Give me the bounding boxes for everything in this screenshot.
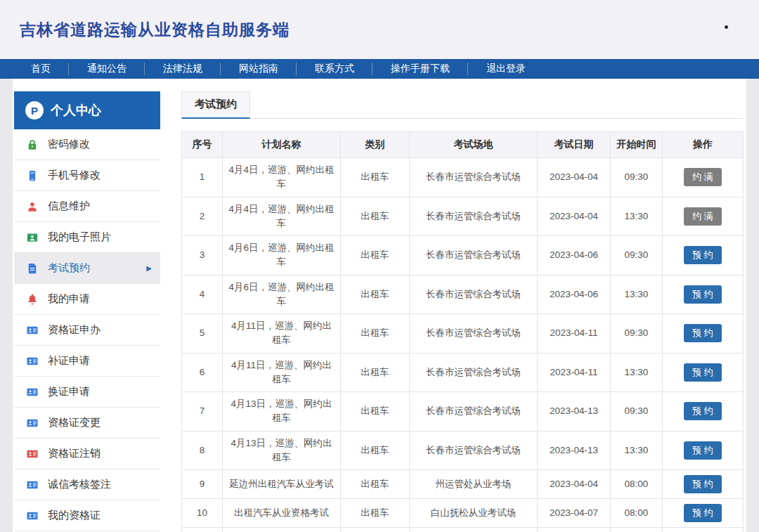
cell-time: 09:30	[611, 158, 663, 197]
reserve-button[interactable]: 预 约	[684, 246, 722, 264]
sidebar-item-exam-reservation[interactable]: 考试预约▶	[14, 253, 160, 284]
nav-item-manual-download[interactable]: 操作手册下载	[372, 59, 468, 79]
cell-date: 2023-04-07	[538, 499, 611, 528]
exam-document-icon	[25, 261, 39, 275]
cell-no: 10	[182, 499, 223, 528]
reserve-button[interactable]: 预 约	[684, 402, 722, 420]
fully-booked-button[interactable]: 约 满	[684, 207, 722, 226]
reserve-button[interactable]: 预 约	[684, 324, 722, 342]
cell-no: 6	[182, 353, 223, 392]
page: 吉林省道路运输从业资格自助服务端 首页通知公告法律法规网站指南联系方式操作手册下…	[0, 0, 759, 532]
cell-date: 2023-04-13	[538, 431, 611, 470]
id-card-icon	[25, 385, 39, 399]
cell-time: 09:30	[611, 392, 663, 432]
sidebar-item-certificate-application[interactable]: 资格证申办	[14, 315, 160, 346]
cell-category: 出租车	[341, 158, 410, 197]
reserve-button[interactable]: 预 约	[684, 441, 722, 460]
column-header: 类别	[341, 132, 410, 158]
cell-no: 7	[182, 392, 223, 432]
cell-venue: 长春市运管综合考试场	[410, 236, 538, 275]
cell-venue: 长春市运管综合考试场	[410, 197, 538, 236]
cell-action: 预 约	[663, 236, 744, 275]
sidebar-item-label: 补证申请	[48, 354, 90, 368]
corner-dot	[725, 25, 728, 29]
table-row: 14月4日，巡游、网约出租车出租车长春市运管综合考试场2023-04-0409:…	[182, 158, 744, 197]
sidebar-item-label: 资格证申办	[48, 323, 100, 337]
sidebar-item-label: 手机号修改	[48, 169, 100, 182]
cell-category: 出租车	[341, 528, 410, 532]
sidebar-item-my-photo[interactable]: 我的电子照片	[14, 222, 160, 253]
cell-date: 2023-04-04	[538, 197, 611, 236]
cell-plan: 4月11日，巡游、网约出租车	[223, 314, 341, 353]
sidebar-item-certificate-change[interactable]: 资格证变更	[14, 408, 160, 439]
cell-plan: 4月13日，巡游、网约出租车	[223, 431, 341, 470]
cell-plan: 出租汽车从业资格考试	[223, 499, 341, 528]
nav-item-site-guide[interactable]: 网站指南	[221, 59, 297, 79]
id-card-icon	[25, 416, 39, 430]
sidebar-item-password-change[interactable]: 密码修改	[14, 129, 160, 160]
id-card-icon	[25, 354, 39, 368]
fully-booked-button[interactable]: 约 满	[684, 168, 722, 186]
column-header: 计划名称	[223, 132, 341, 158]
cell-category: 出租车	[341, 431, 410, 470]
cell-date: 2023-04-13	[538, 392, 611, 432]
site-title: 吉林省道路运输从业资格自助服务端	[20, 19, 290, 41]
cell-plan: 4月6日，巡游、网约出租车	[223, 275, 341, 314]
nav-item-home[interactable]: 首页	[13, 59, 69, 79]
cell-action: 预 约	[663, 470, 744, 499]
sidebar-item-my-applications[interactable]: 我的申请	[14, 284, 160, 315]
sidebar-item-replacement-application[interactable]: 补证申请	[14, 346, 160, 377]
cell-date: 2023-04-04	[538, 158, 611, 197]
cell-venue: 长春市运管综合考试场	[410, 158, 538, 197]
sidebar-item-label: 我的申请	[48, 292, 90, 306]
column-header: 操作	[663, 132, 744, 158]
id-card-icon	[25, 447, 39, 461]
sidebar-item-label: 换证申请	[48, 385, 90, 398]
reserve-button[interactable]: 预 约	[684, 363, 722, 382]
cell-category: 出租车	[341, 470, 410, 499]
chevron-right-icon: ▶	[146, 264, 153, 272]
table-row: 64月11日，巡游、网约出租车出租车长春市运管综合考试场2023-04-1113…	[182, 353, 744, 392]
cell-plan: 4月4日，巡游、网约出租车	[223, 158, 341, 197]
table-row: 44月6日，巡游、网约出租车出租车长春市运管综合考试场2023-04-0613:…	[182, 275, 744, 314]
sidebar-item-certificate-cancellation[interactable]: 资格证注销	[14, 439, 160, 469]
sidebar-item-label: 密码修改	[48, 138, 90, 151]
cell-time: 08:00	[611, 470, 663, 499]
sidebar: P 个人中心 密码修改手机号修改信息维护我的电子照片考试预约▶我的申请资格证申办…	[14, 91, 160, 532]
sidebar-item-integrity-endorsement[interactable]: 诚信考核签注	[14, 469, 160, 500]
column-header: 序号	[182, 132, 223, 158]
nav-item-laws-regulations[interactable]: 法律法规	[145, 59, 221, 79]
nav-item-notices[interactable]: 通知公告	[69, 59, 145, 79]
cell-date: 2023-04-11	[538, 353, 611, 392]
sidebar-item-info-maintenance[interactable]: 信息维护	[14, 191, 160, 222]
column-header: 开始时间	[611, 132, 663, 158]
nav-item-contact[interactable]: 联系方式	[297, 59, 372, 79]
cell-no: 3	[182, 236, 223, 275]
sidebar-item-renewal-application[interactable]: 换证申请	[14, 377, 160, 408]
cell-venue: 长春市运管综合考试场	[410, 392, 538, 432]
sidebar-item-my-certificate[interactable]: 我的资格证	[14, 500, 160, 531]
cell-category: 出租车	[341, 275, 410, 314]
sidebar-header: P 个人中心	[14, 91, 160, 129]
cell-action: 预 约	[663, 353, 744, 392]
cell-plan: 4月6日，巡游、网约出租车	[223, 236, 341, 275]
reserve-button[interactable]: 预 约	[684, 475, 722, 493]
cell-date: 2023-04-07	[538, 528, 611, 532]
tab-exam-reservation[interactable]: 考试预约	[181, 91, 250, 119]
column-header: 考试日期	[538, 132, 611, 158]
reserve-button[interactable]: 预 约	[684, 504, 722, 522]
sidebar-item-label: 资格证注销	[48, 447, 100, 460]
lock-icon	[25, 138, 39, 152]
nav-item-logout[interactable]: 退出登录	[468, 59, 544, 79]
cell-action: 预 约	[663, 499, 744, 528]
reserve-button[interactable]: 预 约	[684, 285, 722, 304]
cell-category: 出租车	[341, 353, 410, 392]
cell-no: 11	[182, 528, 223, 532]
sidebar-item-label: 信息维护	[48, 200, 90, 213]
cell-plan: 延边州出租汽车从业考试	[223, 470, 341, 499]
cell-venue: 白山抚松从业考试场	[410, 499, 538, 528]
table-body: 14月4日，巡游、网约出租车出租车长春市运管综合考试场2023-04-0409:…	[182, 158, 744, 532]
sidebar-item-phone-change[interactable]: 手机号修改	[14, 160, 160, 191]
exam-table: 序号计划名称类别考试场地考试日期开始时间操作 14月4日，巡游、网约出租车出租车…	[181, 131, 744, 532]
id-card-icon	[25, 478, 39, 492]
